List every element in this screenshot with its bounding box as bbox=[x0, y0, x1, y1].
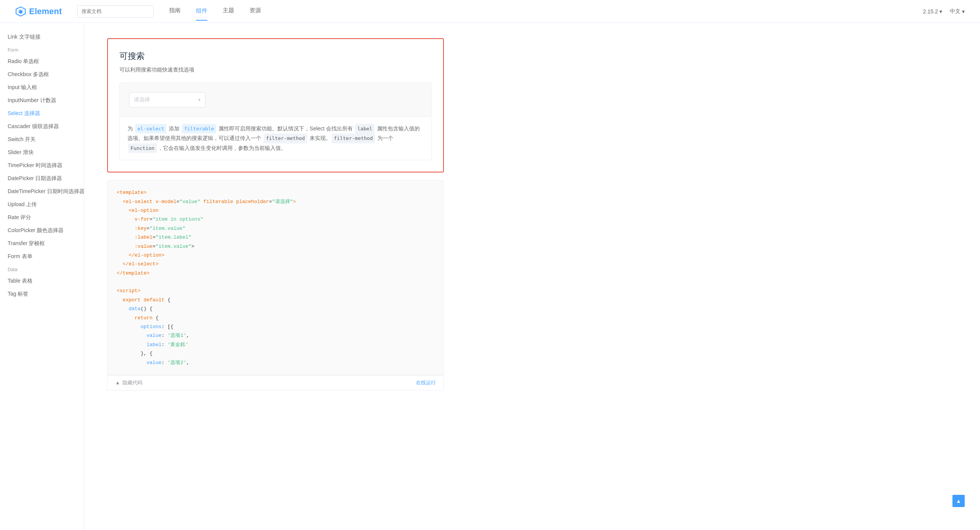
code-line-close1: }, { bbox=[117, 349, 434, 358]
version-text: 2.15.2 bbox=[923, 8, 938, 15]
code-line-export: export default { bbox=[117, 296, 434, 304]
code-line-return: return { bbox=[117, 314, 434, 322]
section-desc: 可以利用搜索功能快速查找选项 bbox=[119, 67, 432, 73]
nav-components[interactable]: 组件 bbox=[196, 7, 207, 21]
code-line-10: </template> bbox=[117, 269, 434, 278]
code-line-9: </el-select> bbox=[117, 260, 434, 268]
desc-text-5: 来实现。 bbox=[308, 135, 331, 141]
desc-text-3: 属性即可启用搜索功能。默认情况下，Select 会找出所有 bbox=[217, 125, 354, 132]
demo-area: 请选择 ▾ bbox=[119, 83, 432, 117]
code-line-2: <el-select v-model="value" filterable pl… bbox=[117, 197, 434, 206]
code-line-data: data() { bbox=[117, 304, 434, 313]
sidebar-item-colorpicker[interactable]: ColorPicker 颜色选择器 bbox=[0, 224, 84, 237]
search-box[interactable] bbox=[77, 5, 154, 18]
sidebar-item-rate[interactable]: Rate 评分 bbox=[0, 211, 84, 224]
sidebar-item-inputnumber[interactable]: InputNumber 计数器 bbox=[0, 94, 84, 107]
description-box: 为 el-select 添加 filterable 属性即可启用搜索功能。默认情… bbox=[119, 117, 432, 160]
section-title: 可搜索 bbox=[119, 50, 432, 62]
nav-right: 2.15.2 ▾ 中文 ▾ bbox=[923, 8, 965, 15]
code-el-select: el-select bbox=[135, 124, 166, 133]
select-chevron-icon: ▾ bbox=[198, 97, 201, 102]
desc-text-7: ，它会在输入值发生变化时调用，参数为当前输入值。 bbox=[158, 145, 286, 151]
sidebar-item-transfer[interactable]: Transfer 穿梭框 bbox=[0, 237, 84, 250]
code-block: <template> <el-select v-model="value" fi… bbox=[107, 180, 444, 375]
code-label: label bbox=[355, 124, 375, 133]
sidebar-item-cascader[interactable]: Cascader 级联选择器 bbox=[0, 120, 84, 133]
sidebar-item-radio[interactable]: Radio 单选框 bbox=[0, 55, 84, 68]
code-footer: ▲ 隐藏代码 在线运行 bbox=[107, 375, 444, 390]
code-filter-method-1: filter-method bbox=[264, 133, 307, 143]
code-line-8: </el-option> bbox=[117, 251, 434, 260]
search-input[interactable] bbox=[77, 5, 154, 18]
logo-text: Element bbox=[29, 7, 62, 16]
sidebar-item-input[interactable]: Input 输入框 bbox=[0, 81, 84, 94]
hide-code-label: 隐藏代码 bbox=[122, 379, 142, 386]
code-line-label1: label: '黄金糕' bbox=[117, 340, 434, 349]
code-line-1: <template> bbox=[117, 188, 434, 197]
desc-text-1: 为 bbox=[127, 125, 134, 132]
code-line-5: :key="item.value" bbox=[117, 224, 434, 233]
logo[interactable]: Element bbox=[15, 6, 62, 17]
version-chevron-icon: ▾ bbox=[939, 8, 942, 15]
code-line-script: <script> bbox=[117, 286, 434, 295]
code-line-value1: value: '选项1', bbox=[117, 331, 434, 340]
code-function: Function bbox=[128, 143, 157, 153]
lang-text: 中文 bbox=[950, 8, 960, 15]
sidebar-item-datetimepicker[interactable]: DateTimePicker 日期时间选择器 bbox=[0, 185, 84, 198]
desc-text-6: 为一个 bbox=[376, 135, 393, 141]
lang-chevron-icon: ▾ bbox=[962, 8, 965, 15]
code-line-value2: value: '选项2', bbox=[117, 358, 434, 367]
sidebar-item-timepicker[interactable]: TimePicker 时间选择器 bbox=[0, 159, 84, 172]
code-line-3: <el-option bbox=[117, 206, 434, 215]
sidebar-item-upload[interactable]: Upload 上传 bbox=[0, 198, 84, 211]
main-nav: 指南 组件 主题 资源 bbox=[169, 7, 923, 16]
sidebar-item-checkbox[interactable]: Checkbox 多选框 bbox=[0, 68, 84, 81]
sidebar-item-form[interactable]: Form 表单 bbox=[0, 250, 84, 263]
code-line-options: options: [{ bbox=[117, 322, 434, 331]
sidebar: Link 文字链接 Form Radio 单选框 Checkbox 多选框 In… bbox=[0, 23, 84, 406]
page-container: Link 文字链接 Form Radio 单选框 Checkbox 多选框 In… bbox=[0, 23, 980, 406]
select-demo[interactable]: 请选择 ▾ bbox=[129, 92, 205, 107]
header: Element 指南 组件 主题 资源 2.15.2 ▾ 中文 ▾ bbox=[0, 0, 980, 23]
code-line-6: :label="item.label" bbox=[117, 233, 434, 242]
sidebar-item-link[interactable]: Link 文字链接 bbox=[0, 31, 84, 44]
sidebar-item-table[interactable]: Table 表格 bbox=[0, 275, 84, 288]
logo-icon bbox=[15, 6, 26, 17]
version-select[interactable]: 2.15.2 ▾ bbox=[923, 8, 942, 15]
code-filter-method-2: filter-method bbox=[332, 133, 375, 143]
nav-theme[interactable]: 主题 bbox=[223, 7, 234, 16]
desc-text-2: 添加 bbox=[167, 125, 181, 132]
nav-resource[interactable]: 资源 bbox=[249, 7, 261, 16]
sidebar-item-slider[interactable]: Slider 滑块 bbox=[0, 146, 84, 159]
run-online-button[interactable]: 在线运行 bbox=[416, 379, 436, 386]
code-line-4: v-for="item in options" bbox=[117, 215, 434, 224]
sidebar-item-tag[interactable]: Tag 标签 bbox=[0, 288, 84, 301]
sidebar-section-data: Data bbox=[0, 263, 84, 275]
chevron-up-icon: ▲ bbox=[115, 380, 120, 385]
sidebar-item-datepicker[interactable]: DatePicker 日期选择器 bbox=[0, 172, 84, 185]
lang-select[interactable]: 中文 ▾ bbox=[950, 8, 965, 15]
code-line-7: :value="item.value"> bbox=[117, 242, 434, 251]
sidebar-item-switch[interactable]: Switch 开关 bbox=[0, 133, 84, 146]
nav-guide[interactable]: 指南 bbox=[169, 7, 181, 16]
main-content: 可搜索 可以利用搜索功能快速查找选项 请选择 ▾ 为 el-select 添加 … bbox=[84, 23, 467, 406]
demo-section-searchable: 可搜索 可以利用搜索功能快速查找选项 请选择 ▾ 为 el-select 添加 … bbox=[107, 38, 444, 172]
hide-code-button[interactable]: ▲ 隐藏代码 bbox=[115, 379, 142, 386]
sidebar-section-form: Form bbox=[0, 44, 84, 55]
sidebar-item-select[interactable]: Select 选择器 bbox=[0, 107, 84, 120]
select-placeholder: 请选择 bbox=[134, 96, 150, 103]
code-filterable: filterable bbox=[182, 124, 216, 133]
